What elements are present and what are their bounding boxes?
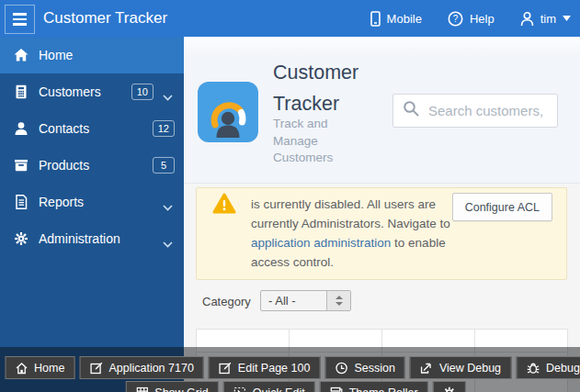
sidebar-item-label: Reports (39, 184, 84, 220)
devbar-quick-edit-button[interactable]: Quick Edit (223, 381, 315, 392)
alert-message: is currently disabled. All users are cur… (251, 195, 473, 272)
gear-icon (14, 231, 28, 246)
help-icon: ? (448, 11, 463, 27)
contacts-count-badge: 12 (153, 120, 175, 137)
alert-text-before: is currently disabled. All users are cur… (251, 197, 450, 230)
devbar-button-label: Theme Roller (349, 386, 418, 392)
devbar-home-button[interactable]: Home (5, 356, 74, 379)
customers-count-badge: 10 (131, 84, 154, 100)
devbar-application-button[interactable]: Application 7170 (79, 356, 203, 379)
top-navbar: Customer Tracker Mobile ? Help tim (0, 0, 580, 37)
devbar-session-button[interactable]: Session (324, 356, 404, 379)
products-count-badge: 5 (153, 157, 175, 174)
sidebar-item-label: Home (39, 37, 73, 73)
user-icon (520, 11, 534, 27)
application-administration-link[interactable]: application administration (251, 236, 391, 250)
app-logo-icon (198, 82, 258, 142)
devbar-button-label: Debug (546, 362, 580, 375)
chevron-down-icon (163, 88, 173, 105)
devbar-edit-page-button[interactable]: Edit Page 100 (209, 356, 321, 379)
mobile-icon (370, 11, 381, 27)
products-icon (14, 158, 28, 173)
category-select[interactable]: - All - (260, 290, 351, 311)
sidebar-item-contacts[interactable]: Contacts 12 (0, 110, 184, 147)
mobile-link-label: Mobile (387, 12, 422, 26)
devbar-view-debug-button[interactable]: View Debug (410, 356, 511, 379)
help-link[interactable]: ? Help (448, 11, 495, 27)
help-link-label: Help (470, 12, 495, 26)
view-debug-icon (420, 362, 433, 375)
app-window: Customer Tracker Mobile ? Help tim (0, 0, 580, 392)
reports-icon (14, 195, 28, 209)
sidebar-item-home[interactable]: Home (0, 37, 184, 73)
access-control-warning-alert: is currently disabled. All users are cur… (196, 187, 567, 280)
search-box (392, 94, 558, 128)
sidebar-item-label: Administration (39, 220, 120, 257)
chevron-down-icon (163, 198, 173, 215)
contacts-icon (14, 121, 28, 136)
devbar-button-label: View Debug (439, 362, 501, 375)
devbar-button-label: Application 7170 (108, 362, 193, 375)
devbar-settings-button[interactable] (433, 381, 466, 392)
caret-down-icon (563, 16, 571, 21)
search-input[interactable] (428, 103, 548, 118)
developer-toolbar-row2: Show Grid Quick Edit Theme Roller (125, 381, 465, 392)
sidebar-item-label: Customers (39, 73, 101, 110)
page-subtitle: Track and Manage Customers (273, 116, 356, 167)
category-select-value: - All - (261, 291, 326, 310)
user-menu[interactable]: tim (520, 11, 571, 27)
warning-icon (212, 193, 236, 218)
cursor-icon (233, 386, 246, 392)
devbar-button-label: Home (34, 362, 64, 375)
sidebar-item-reports[interactable]: Reports (0, 184, 184, 220)
sidebar-item-products[interactable]: Products 5 (0, 147, 184, 184)
sidebar-item-administration[interactable]: Administration (0, 220, 184, 257)
sidebar-item-label: Contacts (39, 110, 89, 147)
devbar-debug-button[interactable]: Debug (516, 356, 580, 379)
edit-icon (219, 362, 232, 375)
navbar-links: Mobile ? Help tim (370, 0, 571, 37)
customers-icon (14, 84, 28, 99)
sidebar-item-label: Products (39, 147, 89, 184)
mobile-link[interactable]: Mobile (370, 11, 422, 27)
main-content: Customer Tracker Track and Manage Custom… (184, 37, 580, 392)
home-icon (15, 362, 28, 375)
developer-toolbar: Home Application 7170 Edit Page 100 Sess… (0, 347, 580, 392)
devbar-button-label: Quick Edit (253, 386, 305, 392)
select-spinner-icon (326, 291, 350, 310)
devbar-button-label: Edit Page 100 (238, 362, 311, 375)
bug-icon (526, 362, 540, 375)
clock-icon (335, 362, 347, 375)
gear-icon (443, 386, 456, 392)
page-title: Customer Tracker (273, 57, 392, 119)
roller-icon (330, 386, 343, 392)
sidebar-nav: Home Customers 10 Contacts 12 Products (0, 37, 184, 392)
edit-icon (89, 362, 102, 375)
developer-toolbar-row1: Home Application 7170 Edit Page 100 Sess… (5, 356, 580, 379)
search-icon (403, 100, 420, 121)
configure-acl-button[interactable]: Configure ACL (452, 193, 552, 221)
category-filter-label: Category (202, 295, 251, 308)
user-menu-label: tim (540, 12, 556, 26)
chevron-down-icon (163, 235, 173, 252)
page-header-region: Customer Tracker Track and Manage Custom… (184, 37, 580, 184)
grid-icon (135, 386, 148, 392)
app-title: Customer Tracker (43, 0, 167, 37)
devbar-show-grid-button[interactable]: Show Grid (125, 381, 218, 392)
devbar-theme-roller-button[interactable]: Theme Roller (320, 381, 428, 392)
devbar-button-label: Show Grid (154, 386, 208, 392)
sidebar-item-customers[interactable]: Customers 10 (0, 73, 184, 110)
home-icon (14, 48, 28, 62)
devbar-button-label: Session (354, 362, 394, 375)
hamburger-menu-button[interactable] (5, 5, 35, 34)
svg-text:?: ? (453, 14, 459, 24)
